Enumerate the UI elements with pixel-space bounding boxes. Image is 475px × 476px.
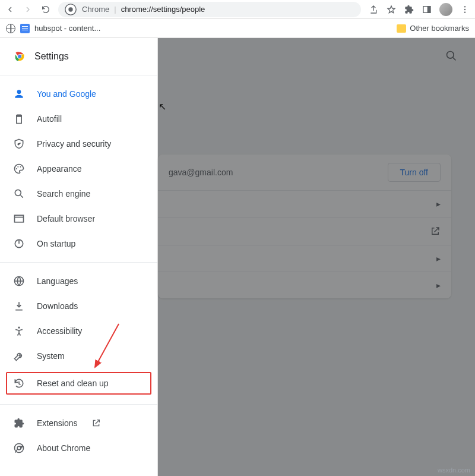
clipboard-icon	[13, 113, 25, 125]
sidebar-item-label: Default browser	[37, 214, 95, 223]
cursor-icon: ↖	[159, 101, 166, 112]
globe-icon[interactable]	[6, 24, 15, 33]
content-area: gava@gmail.com Turn off ▸ ▸ ▸	[158, 38, 475, 476]
sidepanel-icon[interactable]	[422, 4, 432, 15]
dim-overlay	[158, 38, 475, 476]
sidebar-item-label: System	[37, 351, 65, 361]
reload-button[interactable]	[40, 4, 51, 15]
url-label: Chrome	[82, 5, 109, 14]
globe-icon	[13, 275, 25, 287]
chrome-icon	[64, 3, 77, 16]
svg-point-6	[464, 11, 466, 12]
sidebar-item-privacy-and-security[interactable]: Privacy and security	[0, 131, 157, 156]
sidebar-item-label: Languages	[37, 276, 78, 286]
sidebar-item-autofill[interactable]: Autofill	[0, 106, 157, 131]
sidebar-item-accessibility[interactable]: Accessibility	[0, 319, 157, 343]
chrome-logo-icon	[13, 50, 26, 63]
sidebar-item-languages[interactable]: Languages	[0, 269, 157, 294]
svg-point-17	[18, 327, 20, 329]
sidebar-item-label: Appearance	[37, 164, 82, 174]
sidebar-item-system[interactable]: System	[0, 343, 157, 368]
palette-icon	[13, 163, 25, 175]
browser-toolbar: Chrome | chrome://settings/people	[0, 0, 475, 19]
sidebar-item-about-chrome[interactable]: About Chrome	[0, 436, 157, 461]
browser-icon	[13, 213, 25, 225]
bookmarks-bar: hubspot - content... Other bookmarks	[0, 19, 475, 38]
svg-point-1	[68, 7, 72, 11]
sidebar-item-downloads[interactable]: Downloads	[0, 294, 157, 319]
search-icon	[13, 188, 25, 200]
svg-point-11	[17, 166, 18, 168]
history-icon	[13, 377, 25, 389]
bookmark-item[interactable]: hubspot - content...	[34, 24, 100, 33]
back-button[interactable]	[5, 4, 15, 15]
sidebar-item-label: Downloads	[37, 301, 78, 311]
person-icon	[13, 88, 25, 100]
shield-icon	[13, 138, 25, 150]
power-icon	[13, 238, 25, 250]
watermark: wsxdn.com	[438, 466, 470, 474]
sidebar-item-on-startup[interactable]: On startup	[0, 231, 157, 256]
download-icon	[13, 300, 25, 312]
svg-rect-3	[428, 6, 430, 12]
sidebar-item-label: You and Google	[37, 89, 96, 99]
sidebar-item-search-engine[interactable]: Search engine	[0, 181, 157, 206]
folder-icon	[397, 24, 406, 33]
sidebar-item-appearance[interactable]: Appearance	[0, 156, 157, 181]
sidebar-item-label: Privacy and security	[37, 139, 111, 149]
svg-point-10	[16, 168, 17, 169]
svg-rect-14	[15, 215, 24, 222]
sidebar-item-label: Autofill	[37, 114, 62, 124]
sidebar-title: Settings	[34, 51, 69, 62]
menu-dots-icon[interactable]	[460, 4, 470, 15]
sidebar-item-label: Extensions	[37, 418, 77, 428]
sidebar-item-you-and-google[interactable]: You and Google	[0, 81, 157, 106]
bookmark-star-icon[interactable]	[386, 4, 397, 15]
sidebar-item-reset-and-clean-up[interactable]: Reset and clean up	[5, 371, 153, 396]
sidebar-item-label: Reset and clean up	[37, 379, 109, 388]
accessibility-icon	[13, 325, 25, 337]
svg-point-5	[464, 8, 466, 10]
address-bar[interactable]: Chrome | chrome://settings/people	[58, 2, 361, 17]
svg-point-4	[464, 6, 466, 7]
sidebar-item-label: On startup	[37, 239, 75, 248]
sidebar-item-label: Search engine	[37, 189, 90, 198]
external-link-icon	[91, 418, 101, 428]
extensions-puzzle-icon[interactable]	[404, 4, 414, 15]
sidebar-item-label: Accessibility	[37, 326, 82, 336]
url-text: chrome://settings/people	[121, 5, 205, 14]
settings-sidebar: Settings You and GoogleAutofillPrivacy a…	[0, 38, 158, 476]
sidebar-item-label: About Chrome	[37, 443, 90, 453]
share-icon[interactable]	[368, 4, 379, 15]
sidebar-item-default-browser[interactable]: Default browser	[0, 206, 157, 231]
svg-point-13	[15, 190, 21, 196]
forward-button[interactable]	[23, 4, 33, 15]
wrench-icon	[13, 350, 25, 362]
profile-avatar[interactable]	[439, 3, 452, 16]
other-bookmarks[interactable]: Other bookmarks	[410, 24, 469, 33]
sidebar-item-extensions[interactable]: Extensions	[0, 411, 157, 436]
sidebar-header: Settings	[0, 38, 157, 75]
svg-point-12	[20, 166, 21, 168]
extension-icon	[13, 417, 25, 429]
chrome-icon	[13, 442, 25, 454]
docs-icon[interactable]	[20, 24, 30, 33]
